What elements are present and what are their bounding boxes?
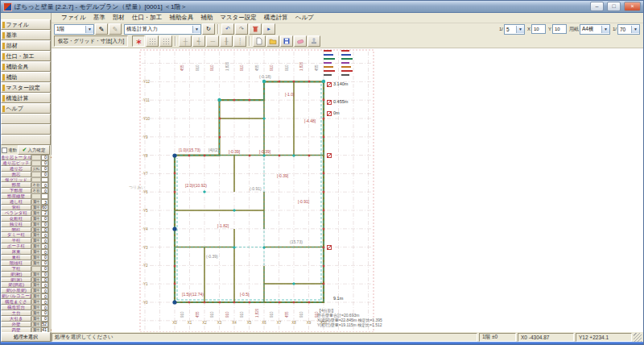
property-label-button[interactable]: 仮グリッド [1, 177, 31, 183]
property-value[interactable]: 0 [41, 243, 48, 249]
property-value[interactable]: 0 [41, 260, 48, 266]
property-label-button[interactable]: 部屋線壁 [1, 193, 31, 199]
property-label-button[interactable]: 階段柱 [1, 260, 31, 266]
center-mark-tool[interactable]: ∗ [132, 35, 145, 47]
property-label-button[interactable]: 下柱 [1, 266, 31, 272]
new-document-button[interactable] [253, 35, 266, 47]
delete-trash-button[interactable] [249, 23, 262, 35]
property-label-button[interactable]: 管柱 [1, 205, 31, 210]
edit-erase-button[interactable]: ✎ [109, 23, 122, 35]
menu-item-3[interactable]: 仕口・加工 [132, 14, 163, 22]
property-label-button[interactable]: ベランダ柱 [1, 210, 31, 216]
close-button[interactable]: × [624, 2, 641, 11]
sidebar-category-8[interactable]: ヘルプ [1, 103, 51, 114]
refresh-button[interactable]: ↻ [202, 23, 215, 35]
mode-select[interactable]: 構造計算入力▼ [124, 24, 201, 35]
confirm-input-button[interactable]: ✔ 入力確定 [18, 145, 50, 155]
grid-dots-tool-2[interactable] [159, 35, 172, 47]
property-value[interactable]: 0 [41, 316, 48, 322]
property-value[interactable]: 0 [41, 249, 48, 255]
property-value[interactable]: 0 [41, 232, 48, 238]
property-label-button[interactable]: ダミー柱 [1, 232, 31, 238]
redo-button[interactable]: ↷ [235, 23, 248, 35]
property-label-button[interactable]: 外壁 [1, 322, 31, 327]
sidebar-category-3[interactable]: 仕口・加工 [1, 51, 51, 61]
property-value[interactable]: 0 [41, 255, 48, 260]
edit-pencil-button[interactable]: ✎ [95, 23, 108, 35]
grid-y-input[interactable]: 10 [552, 24, 567, 34]
menu-item-2[interactable]: 部材 [113, 14, 125, 22]
menu-item-4[interactable]: 補助金具 [169, 14, 193, 22]
property-value[interactable]: 0 [41, 166, 48, 172]
property-value[interactable]: 2 [41, 210, 48, 216]
property-label-button[interactable]: 梁(床) [1, 277, 31, 283]
scale-select[interactable]: 5▼ [504, 24, 525, 35]
sidebar-category-6[interactable]: マスター設定 [1, 82, 51, 93]
sidebar-category-7[interactable]: 構造計算 [1, 93, 51, 103]
property-label-button[interactable]: 構造まぐさ [1, 299, 31, 305]
property-label-button[interactable]: 大引き [1, 316, 31, 322]
minimize-button[interactable]: – [590, 2, 604, 11]
property-value[interactable]: 0 [41, 155, 48, 160]
property-label-button[interactable]: 通し柱 [1, 199, 31, 205]
property-value[interactable]: 0 [41, 299, 48, 305]
resize-grip[interactable] [634, 333, 642, 342]
property-value[interactable]: 52 [41, 322, 48, 327]
property-label-button[interactable]: 下部屋 [1, 188, 31, 193]
property-label-button[interactable]: 半柱 [1, 238, 31, 243]
line-tool-3[interactable]: ─ [206, 35, 219, 47]
property-label-button[interactable]: 束柱 [1, 255, 31, 260]
property-value[interactable]: 0 [41, 282, 48, 288]
property-value[interactable]: 0 [41, 266, 48, 272]
link-checkbox[interactable] [2, 148, 7, 153]
property-value[interactable]: 0 [41, 288, 48, 293]
property-label-button[interactable]: ポーチ柱 [1, 243, 31, 249]
maximize-button[interactable]: □ [607, 2, 621, 11]
property-label-button[interactable]: 梁(バルコニー) [1, 293, 31, 299]
property-value[interactable]: 0 [41, 160, 48, 166]
menu-item-7[interactable]: 構造計算 [264, 14, 288, 22]
print-scale-select[interactable]: 70▼ [617, 24, 640, 35]
property-label-button[interactable]: 構造窓台 [1, 305, 31, 310]
property-value[interactable]: 0 [41, 216, 48, 222]
menu-item-6[interactable]: マスター設定 [220, 14, 257, 22]
drawing-canvas[interactable]: 4559109101,8209104559109101,820455910455… [52, 48, 643, 332]
property-label-button[interactable]: 床束 [1, 249, 31, 255]
line-tool-4[interactable]: ╂ [220, 35, 233, 47]
property-value[interactable]: 0 [41, 182, 48, 188]
grid-dots-tool[interactable] [146, 35, 159, 47]
property-label-button[interactable]: 通り芯ピッチ [1, 160, 31, 166]
open-folder-button[interactable] [266, 35, 279, 47]
line-tool-1[interactable]: ┼ [179, 35, 192, 47]
floor-select[interactable]: 1階▼ [54, 24, 94, 35]
property-value[interactable]: 0 [41, 272, 48, 277]
property-value[interactable]: 0 [41, 222, 48, 227]
property-value[interactable]: 0 [41, 310, 48, 316]
property-value[interactable] [41, 193, 48, 199]
property-label-button[interactable]: 独立柱 [1, 222, 31, 227]
save-button[interactable] [280, 35, 293, 47]
property-label-button[interactable]: 梁(小屋梁) [1, 288, 31, 293]
property-label-button[interactable]: 化粧柱 [1, 216, 31, 222]
property-label-button[interactable]: 梁(桁) [1, 272, 31, 277]
eraser-button[interactable] [294, 35, 307, 47]
menu-item-5[interactable]: 補助 [200, 14, 213, 22]
sidebar-category-5[interactable]: 補助 [1, 72, 51, 82]
sidebar-category-1[interactable]: 基準 [1, 30, 51, 40]
property-value[interactable]: 0 [41, 172, 48, 177]
property-label-button[interactable]: 面芯 [1, 172, 31, 177]
property-value[interactable]: 3 [41, 199, 48, 205]
export-button[interactable]: ► [262, 23, 275, 35]
property-value[interactable]: 0 [41, 305, 48, 310]
stamp-button[interactable] [308, 35, 320, 47]
property-value[interactable]: 0 [41, 227, 48, 233]
menu-item-0[interactable]: ファイル [61, 14, 86, 22]
property-label-button[interactable]: 梁(胴差) [1, 282, 31, 288]
property-label-button[interactable]: 間柱 [1, 227, 31, 233]
property-value[interactable]: 60 [41, 205, 48, 210]
line-tool-2[interactable]: ┽ [192, 35, 205, 47]
property-value[interactable]: 0 [41, 277, 48, 283]
property-label-button[interactable]: 部屋 [1, 182, 31, 188]
property-label-button[interactable]: 通り芯 [1, 166, 31, 172]
sidebar-category-2[interactable]: 部材 [1, 40, 51, 51]
